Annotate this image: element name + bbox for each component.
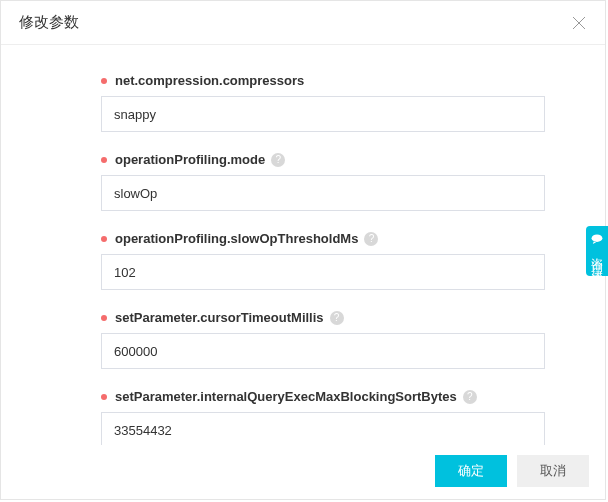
field-label: net.compression.compressors	[115, 73, 304, 88]
cancel-button[interactable]: 取消	[517, 455, 589, 487]
field-input-operationprofiling-mode[interactable]	[101, 175, 545, 211]
field-label-row: setParameter.internalQueryExecMaxBlockin…	[101, 389, 545, 404]
field-label-row: operationProfiling.mode ?	[101, 152, 545, 167]
feedback-side-tab[interactable]: 咨询 建议	[586, 226, 608, 276]
dialog-title: 修改参数	[19, 13, 79, 32]
field-label: setParameter.internalQueryExecMaxBlockin…	[115, 389, 457, 404]
help-icon[interactable]: ?	[330, 311, 344, 325]
dialog-body: net.compression.compressors operationPro…	[1, 45, 605, 445]
required-dot-icon	[101, 315, 107, 321]
field-label-row: setParameter.cursorTimeoutMillis ?	[101, 310, 545, 325]
required-dot-icon	[101, 157, 107, 163]
field-operationprofiling-slowopthresholdms: operationProfiling.slowOpThresholdMs ?	[101, 231, 545, 290]
field-setparameter-internalqueryexecmaxblockingsortbytes: setParameter.internalQueryExecMaxBlockin…	[101, 389, 545, 445]
help-icon[interactable]: ?	[463, 390, 477, 404]
ok-button[interactable]: 确定	[435, 455, 507, 487]
field-operationprofiling-mode: operationProfiling.mode ?	[101, 152, 545, 211]
field-label-row: net.compression.compressors	[101, 73, 545, 88]
field-input-operationprofiling-slowopthresholdms[interactable]	[101, 254, 545, 290]
required-dot-icon	[101, 394, 107, 400]
field-label: setParameter.cursorTimeoutMillis	[115, 310, 324, 325]
field-setparameter-cursortimeoutmillis: setParameter.cursorTimeoutMillis ?	[101, 310, 545, 369]
field-input-net-compression-compressors[interactable]	[101, 96, 545, 132]
help-icon[interactable]: ?	[364, 232, 378, 246]
chat-icon	[590, 234, 604, 244]
required-dot-icon	[101, 78, 107, 84]
modify-params-dialog: 修改参数 net.compression.compressors operati…	[0, 0, 606, 500]
svg-point-2	[592, 234, 603, 242]
field-label: operationProfiling.slowOpThresholdMs	[115, 231, 358, 246]
dialog-header: 修改参数	[1, 1, 605, 45]
field-net-compression-compressors: net.compression.compressors	[101, 73, 545, 132]
field-label: operationProfiling.mode	[115, 152, 265, 167]
help-icon[interactable]: ?	[271, 153, 285, 167]
field-input-setparameter-cursortimeoutmillis[interactable]	[101, 333, 545, 369]
field-input-setparameter-internalqueryexecmaxblockingsortbytes[interactable]	[101, 412, 545, 445]
close-icon[interactable]	[571, 15, 587, 31]
field-label-row: operationProfiling.slowOpThresholdMs ?	[101, 231, 545, 246]
dialog-footer: 确定 取消	[1, 445, 605, 499]
side-tab-label: 咨询 建议	[589, 248, 605, 266]
required-dot-icon	[101, 236, 107, 242]
